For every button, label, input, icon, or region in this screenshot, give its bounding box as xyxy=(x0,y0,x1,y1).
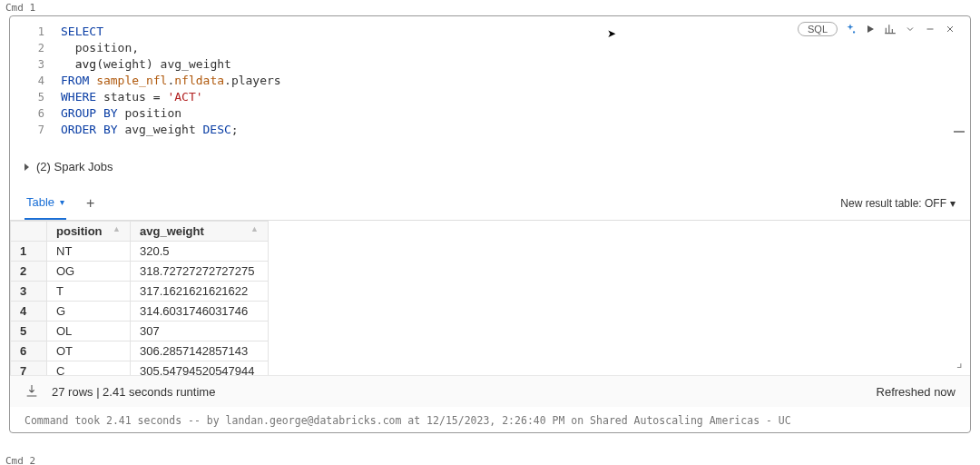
code-line[interactable]: 2 position, xyxy=(10,40,970,56)
tab-table[interactable]: Table ▾ xyxy=(24,186,66,220)
table-row[interactable]: 7C305.54794520547944 xyxy=(11,361,269,376)
line-number: 6 xyxy=(10,105,61,122)
results-footer: 27 rows | 2.41 seconds runtime Refreshed… xyxy=(10,375,970,407)
refreshed-label: Refreshed now xyxy=(877,385,956,399)
command-status: Command took 2.41 seconds -- by landan.g… xyxy=(10,407,970,432)
line-number: 2 xyxy=(10,40,61,56)
table-row[interactable]: 5OL307 xyxy=(11,322,269,341)
collapse-handle-icon[interactable] xyxy=(954,131,965,133)
cell-position: OG xyxy=(47,262,131,282)
line-number: 7 xyxy=(10,122,61,138)
code-line[interactable]: 7ORDER BY avg_weight DESC; xyxy=(10,122,970,138)
row-index: 2 xyxy=(11,262,47,282)
cell-avgweight: 314.6031746031746 xyxy=(131,302,269,322)
cell-position: NT xyxy=(47,242,131,262)
cell-avgweight: 317.1621621621622 xyxy=(131,282,269,302)
table-row[interactable]: 3T317.1621621621622 xyxy=(11,282,269,302)
code-line[interactable]: 5WHERE status = 'ACT' xyxy=(10,89,970,105)
code-content: position, xyxy=(61,40,139,56)
code-line[interactable]: 3 avg(weight) avg_weight xyxy=(10,56,970,73)
line-number: 3 xyxy=(10,56,61,73)
add-tab-button[interactable]: + xyxy=(79,195,102,212)
cell-position: OT xyxy=(47,341,131,361)
spark-jobs-label: (2) Spark Jobs xyxy=(36,160,113,173)
table-row[interactable]: 4G314.6031746031746 xyxy=(11,302,269,322)
cell-position: G xyxy=(47,302,131,322)
row-index-header[interactable] xyxy=(11,222,47,242)
row-index: 6 xyxy=(11,341,47,361)
code-content: FROM sample_nfl.nfldata.players xyxy=(61,73,281,89)
table-row[interactable]: 1NT320.5 xyxy=(11,242,269,262)
line-number: 1 xyxy=(10,24,61,40)
code-editor[interactable]: 1SELECT2 position,3 avg(weight) avg_weig… xyxy=(10,16,970,153)
cell-avgweight: 307 xyxy=(131,322,269,341)
results-table: position▲ avg_weight▲ 1NT320.52OG318.727… xyxy=(10,221,269,375)
cell-avgweight: 306.2857142857143 xyxy=(131,341,269,361)
run-button-icon[interactable] xyxy=(863,22,877,36)
download-icon[interactable] xyxy=(24,383,39,400)
column-header-avgweight[interactable]: avg_weight▲ xyxy=(131,222,269,242)
close-icon[interactable] xyxy=(943,22,957,36)
cell-position: OL xyxy=(47,322,131,341)
code-line[interactable]: 6GROUP BY position xyxy=(10,105,970,122)
code-content: ORDER BY avg_weight DESC; xyxy=(61,122,239,138)
code-line[interactable]: 4FROM sample_nfl.nfldata.players xyxy=(10,73,970,89)
tab-label: Table xyxy=(26,195,54,209)
cell-avgweight: 320.5 xyxy=(131,242,269,262)
assistant-sparkle-icon[interactable] xyxy=(843,22,858,36)
notebook-cell: ➤ SQL 1SELECT2 position,3 avg(weight) av… xyxy=(9,15,971,433)
line-number: 5 xyxy=(10,89,61,105)
chevron-down-icon[interactable] xyxy=(903,22,917,36)
code-content: SELECT xyxy=(61,24,103,40)
result-summary: 27 rows | 2.41 seconds runtime xyxy=(52,385,215,399)
cell-label-top: Cmd 1 xyxy=(0,0,980,15)
row-index: 3 xyxy=(11,282,47,302)
table-row[interactable]: 2OG318.72727272727275 xyxy=(11,262,269,282)
expand-corner-icon[interactable]: ⌟ xyxy=(956,355,963,370)
chevron-down-icon: ▾ xyxy=(60,197,64,207)
cell-toolbar: SQL xyxy=(798,22,957,36)
results-table-wrap: position▲ avg_weight▲ 1NT320.52OG318.727… xyxy=(10,221,970,375)
caret-right-icon xyxy=(24,163,29,171)
row-index: 1 xyxy=(11,242,47,262)
minimize-icon[interactable] xyxy=(923,22,937,36)
svg-point-0 xyxy=(853,31,855,33)
result-table-toggle[interactable]: New result table: OFF ▾ xyxy=(840,197,956,210)
sort-icon: ▲ xyxy=(113,224,121,233)
row-index: 4 xyxy=(11,302,47,322)
spark-jobs-toggle[interactable]: (2) Spark Jobs xyxy=(10,153,970,181)
code-content: avg(weight) avg_weight xyxy=(61,56,231,73)
table-row[interactable]: 6OT306.2857142857143 xyxy=(11,341,269,361)
result-toggle-label: New result table: OFF xyxy=(840,197,946,210)
results-tabs: Table ▾ + New result table: OFF ▾ xyxy=(10,186,970,221)
cell-avgweight: 318.72727272727275 xyxy=(131,262,269,282)
cell-position: T xyxy=(47,282,131,302)
cell-position: C xyxy=(47,361,131,376)
cell-label-bottom: Cmd 2 xyxy=(5,455,35,465)
cell-avgweight: 305.54794520547944 xyxy=(131,361,269,376)
row-index: 7 xyxy=(11,361,47,376)
chart-icon[interactable] xyxy=(883,22,897,36)
line-number: 4 xyxy=(10,73,61,89)
sort-icon: ▲ xyxy=(250,224,259,233)
column-header-position[interactable]: position▲ xyxy=(47,222,131,242)
row-index: 5 xyxy=(11,322,47,341)
code-content: WHERE status = 'ACT' xyxy=(61,89,203,105)
language-selector[interactable]: SQL xyxy=(798,22,838,36)
code-content: GROUP BY position xyxy=(61,105,181,122)
chevron-down-icon: ▾ xyxy=(950,197,956,210)
